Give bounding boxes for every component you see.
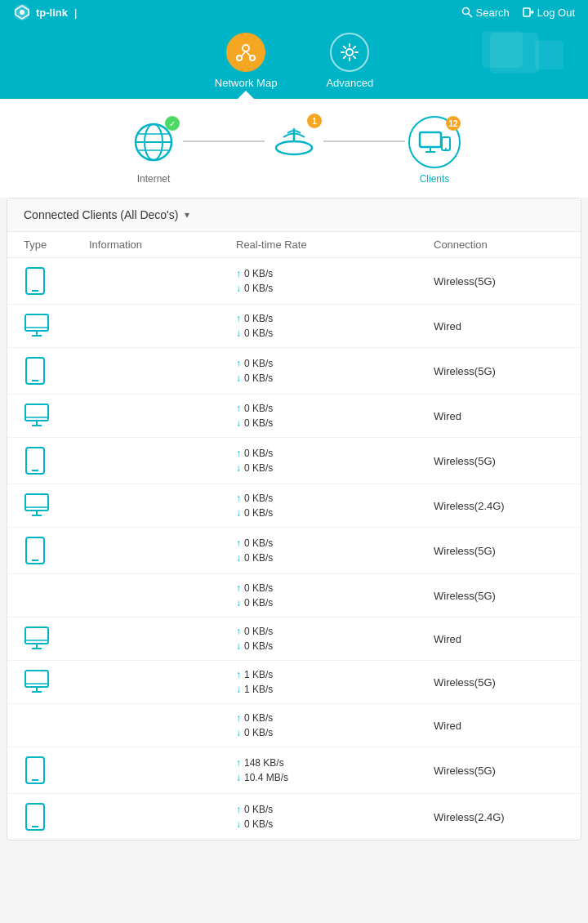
upload-speed: 0 KB/s	[244, 358, 273, 369]
advanced-icon	[338, 41, 361, 64]
router-icon-wrap: 1	[268, 115, 320, 167]
rate-up: ↑ 0 KB/s	[236, 804, 434, 815]
rate-cell: ↑ 0 KB/s ↓ 0 KB/s	[236, 626, 434, 652]
desktop-icon	[24, 626, 53, 652]
svg-point-1	[20, 10, 24, 15]
advanced-icon-wrap	[330, 33, 369, 72]
down-arrow-icon: ↓	[236, 372, 241, 384]
rate-up: ↑ 0 KB/s	[236, 358, 434, 369]
table-row: ↑ 0 KB/s ↓ 0 KB/s Wireless(2.4G)	[7, 794, 581, 840]
download-speed: 0 KB/s	[244, 417, 273, 429]
rate-down: ↓ 10.4 MB/s	[236, 772, 434, 783]
rate-cell: ↑ 0 KB/s ↓ 0 KB/s	[236, 358, 434, 384]
logo-area: tp-link |	[13, 3, 77, 21]
download-speed: 0 KB/s	[244, 283, 273, 294]
rate-down: ↓ 0 KB/s	[236, 640, 434, 652]
rate-down: ↓ 0 KB/s	[236, 328, 434, 339]
clients-node: 12 Clients	[408, 116, 461, 185]
connection-cell: Wireless(5G)	[434, 545, 564, 557]
rate-up: ↑ 0 KB/s	[236, 493, 434, 504]
up-arrow-icon: ↑	[236, 626, 241, 637]
connection-cell: Wireless(2.4G)	[434, 500, 564, 512]
download-speed: 0 KB/s	[244, 462, 273, 474]
table-row: ↑ 1 KB/s ↓ 1 KB/s Wireless(5G)	[7, 661, 581, 704]
tab-advanced[interactable]: Advanced	[326, 33, 373, 99]
logout-button[interactable]: Log Out	[523, 7, 575, 19]
rate-up: ↑ 0 KB/s	[236, 403, 434, 414]
download-speed: 0 KB/s	[244, 552, 273, 564]
device-icon-cell	[24, 313, 89, 339]
download-speed: 0 KB/s	[244, 640, 273, 652]
rate-down: ↓ 0 KB/s	[236, 372, 434, 384]
up-arrow-icon: ↑	[236, 493, 241, 504]
deco-shape-2	[535, 41, 564, 69]
logout-icon	[523, 7, 534, 18]
top-bar: tp-link | Search Log Out	[0, 0, 588, 25]
svg-rect-18	[420, 132, 441, 147]
table-row: ↑ 0 KB/s ↓ 0 KB/s Wireless(5G)	[7, 528, 581, 574]
top-actions: Search Log Out	[461, 7, 575, 19]
rate-cell: ↑ 0 KB/s ↓ 0 KB/s	[236, 804, 434, 830]
up-arrow-icon: ↑	[236, 712, 241, 724]
rate-cell: ↑ 0 KB/s ↓ 0 KB/s	[236, 268, 434, 294]
col-info: Information	[89, 239, 236, 251]
svg-rect-37	[25, 494, 48, 511]
table-row: ↑ 0 KB/s ↓ 0 KB/s Wired	[7, 395, 581, 438]
down-arrow-icon: ↓	[236, 597, 241, 609]
connection-cell: Wireless(5G)	[434, 455, 564, 467]
connection-cell: Wireless(5G)	[434, 676, 564, 689]
down-arrow-icon: ↓	[236, 417, 241, 429]
svg-point-2	[462, 8, 469, 15]
up-arrow-icon: ↑	[236, 358, 241, 369]
upload-speed: 0 KB/s	[244, 582, 273, 594]
connection-cell: Wireless(2.4G)	[434, 811, 564, 823]
tab-network-map[interactable]: Network Map	[215, 33, 278, 99]
internet-check-badge: ✓	[165, 116, 180, 131]
col-connection: Connection	[434, 239, 564, 251]
device-icon-cell	[24, 626, 89, 652]
upload-speed: 0 KB/s	[244, 268, 273, 279]
phone-icon	[24, 266, 47, 296]
down-arrow-icon: ↓	[236, 818, 241, 830]
desktop-icon	[24, 493, 53, 519]
rate-up: ↑ 0 KB/s	[236, 582, 434, 594]
table-row: ↑ 0 KB/s ↓ 0 KB/s Wired	[7, 305, 581, 348]
rate-up: ↑ 0 KB/s	[236, 537, 434, 549]
clients-header[interactable]: Connected Clients (All Deco's) ▾	[7, 198, 581, 232]
svg-point-5	[243, 45, 249, 51]
down-arrow-icon: ↓	[236, 328, 241, 339]
phone-icon	[24, 356, 47, 386]
rate-cell: ↑ 0 KB/s ↓ 0 KB/s	[236, 582, 434, 609]
up-arrow-icon: ↑	[236, 268, 241, 279]
download-speed: 0 KB/s	[244, 597, 273, 609]
svg-point-10	[346, 49, 353, 56]
upload-speed: 0 KB/s	[244, 712, 273, 724]
upload-speed: 0 KB/s	[244, 313, 273, 324]
table-row: ↑ 0 KB/s ↓ 0 KB/s Wireless(5G)	[7, 258, 581, 305]
svg-line-8	[241, 51, 246, 56]
rate-down: ↓ 0 KB/s	[236, 552, 434, 564]
rate-up: ↑ 0 KB/s	[236, 313, 434, 324]
clients-icon-wrap: 12	[408, 116, 461, 168]
down-arrow-icon: ↓	[236, 462, 241, 474]
rate-up: ↑ 148 KB/s	[236, 757, 434, 769]
table-row: ↑ 0 KB/s ↓ 0 KB/s Wireless(5G)	[7, 438, 581, 484]
rate-down: ↓ 1 KB/s	[236, 684, 434, 695]
col-rate: Real-time Rate	[236, 239, 434, 251]
up-arrow-icon: ↑	[236, 804, 241, 815]
router-badge: 1	[307, 114, 322, 128]
down-arrow-icon: ↓	[236, 727, 241, 738]
upload-speed: 0 KB/s	[244, 448, 273, 459]
network-map-icon-wrap	[226, 33, 265, 72]
clients-badge: 12	[446, 116, 461, 131]
svg-point-16	[276, 141, 312, 154]
up-arrow-icon: ↑	[236, 537, 241, 549]
search-button[interactable]: Search	[461, 7, 510, 19]
rate-cell: ↑ 1 KB/s ↓ 1 KB/s	[236, 669, 434, 695]
svg-rect-43	[25, 627, 48, 644]
rate-cell: ↑ 0 KB/s ↓ 0 KB/s	[236, 403, 434, 429]
download-speed: 1 KB/s	[244, 684, 273, 695]
phone-icon	[24, 446, 47, 475]
device-icon-cell	[24, 403, 89, 429]
up-arrow-icon: ↑	[236, 757, 241, 769]
